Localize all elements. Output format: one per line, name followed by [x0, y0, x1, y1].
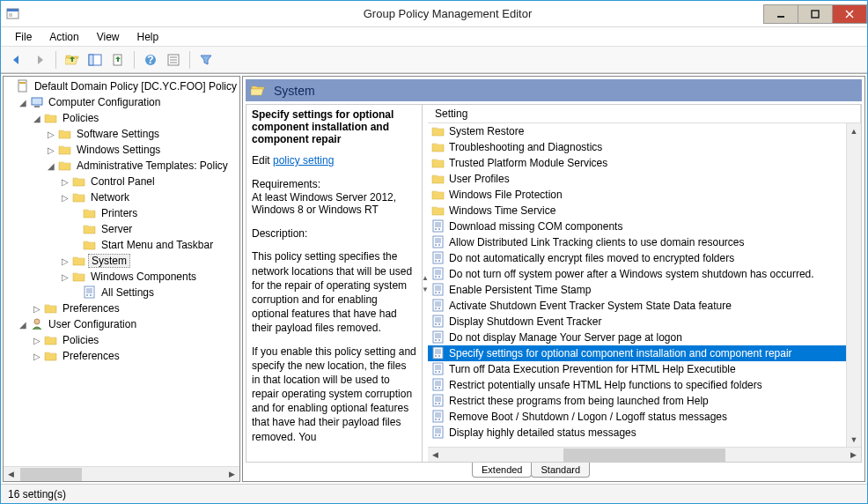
setting-icon	[431, 283, 445, 297]
collapse-icon[interactable]: ◢	[18, 97, 28, 107]
list-hscrollbar[interactable]: ◀ ▶	[428, 447, 861, 462]
list-item[interactable]: Allow Distributed Link Tracking clients …	[428, 234, 846, 250]
collapse-icon[interactable]: ◢	[18, 319, 28, 330]
list-item-label: Download missing COM components	[449, 220, 622, 233]
menu-file[interactable]: File	[8, 29, 39, 45]
show-hide-tree-button[interactable]	[85, 49, 106, 70]
list-item[interactable]: Specify settings for optional component …	[428, 345, 846, 361]
list-item[interactable]: Download missing COM components	[428, 219, 846, 234]
edit-policy-link[interactable]: policy setting	[273, 154, 334, 167]
tree-server[interactable]: Server	[4, 221, 239, 237]
column-setting[interactable]: Setting	[428, 105, 861, 122]
maximize-button[interactable]	[798, 4, 833, 24]
scroll-left-icon[interactable]: ◀	[4, 467, 18, 482]
list-header[interactable]: Setting	[428, 105, 861, 123]
tree-preferences[interactable]: ▷ Preferences	[4, 300, 239, 316]
expand-icon[interactable]: ▷	[46, 145, 56, 155]
tree-printers[interactable]: Printers	[4, 205, 239, 221]
expand-icon[interactable]: ▷	[32, 351, 42, 361]
description-body-1: This policy setting specifies the networ…	[252, 249, 416, 335]
svg-rect-27	[34, 106, 40, 107]
properties-button[interactable]	[163, 49, 184, 70]
setting-icon	[431, 362, 445, 376]
description-label: Description:	[252, 226, 416, 241]
close-button[interactable]	[832, 4, 867, 24]
tree-user-config[interactable]: ◢ User Configuration	[4, 316, 239, 332]
tree-user-preferences[interactable]: ▷ Preferences	[4, 348, 239, 364]
list-item[interactable]: Restrict these programs from being launc…	[428, 393, 846, 409]
tab-extended[interactable]: Extended	[472, 463, 532, 478]
list-item[interactable]: Windows File Protection	[428, 187, 846, 203]
tree-admin-templates[interactable]: ◢ Administrative Templates: Policy	[4, 158, 239, 174]
list-item[interactable]: Turn off Data Execution Prevention for H…	[428, 361, 846, 377]
description-pane: Specify settings for optional component …	[246, 105, 423, 462]
tree-windows-settings[interactable]: ▷ Windows Settings	[4, 142, 239, 158]
expand-icon[interactable]: ▷	[60, 176, 70, 187]
expand-icon[interactable]: ▷	[32, 303, 42, 314]
tab-standard[interactable]: Standard	[531, 463, 590, 478]
list-vscrollbar[interactable]: ▲ ▼	[846, 123, 861, 447]
list-item[interactable]: System Restore	[428, 123, 846, 139]
menu-action[interactable]: Action	[42, 29, 85, 45]
expander-icon[interactable]	[5, 81, 14, 92]
tree-root[interactable]: Default Domain Policy [DC.YC.FOO] Policy	[4, 78, 239, 94]
tree-computer-config[interactable]: ◢ Computer Configuration	[4, 94, 239, 110]
list-item[interactable]: Trusted Platform Module Services	[428, 155, 846, 171]
menu-help[interactable]: Help	[130, 29, 166, 45]
list-item[interactable]: Do not automatically encrypt files moved…	[428, 250, 846, 266]
tree-pane: Default Domain Policy [DC.YC.FOO] Policy…	[3, 76, 240, 482]
collapse-icon[interactable]: ◢	[32, 113, 42, 123]
export-button[interactable]	[107, 49, 129, 70]
expand-icon[interactable]: ▷	[60, 192, 70, 203]
list-item[interactable]: Display highly detailed status messages	[428, 425, 846, 441]
list-item[interactable]: Display Shutdown Event Tracker	[428, 314, 846, 330]
edit-line: Edit policy setting	[252, 154, 416, 167]
folder-icon	[83, 206, 97, 220]
list-item[interactable]: Do not turn off system power after a Win…	[428, 266, 846, 282]
tree-windows-components[interactable]: ▷ Windows Components	[4, 269, 239, 285]
list-item[interactable]: Enable Persistent Time Stamp	[428, 282, 846, 298]
minimize-button[interactable]	[763, 4, 798, 24]
list-item[interactable]: Do not display Manage Your Server page a…	[428, 330, 846, 345]
navigation-tree[interactable]: Default Domain Policy [DC.YC.FOO] Policy…	[4, 77, 239, 466]
help-button[interactable]: ?	[140, 49, 161, 70]
settings-list[interactable]: System RestoreTroubleshooting and Diagno…	[428, 123, 846, 447]
tree-start-menu[interactable]: Start Menu and Taskbar	[4, 237, 239, 253]
list-item[interactable]: Troubleshooting and Diagnostics	[428, 139, 846, 155]
tree-policies[interactable]: ◢ Policies	[4, 110, 239, 126]
expand-icon[interactable]: ▷	[60, 256, 70, 266]
list-item[interactable]: Restrict potentially unsafe HTML Help fu…	[428, 377, 846, 393]
setting-icon	[431, 299, 445, 313]
scroll-left-icon[interactable]: ◀	[428, 448, 443, 463]
back-button[interactable]	[6, 49, 27, 70]
tree-user-policies[interactable]: ▷ Policies	[4, 332, 239, 348]
list-item[interactable]: Remove Boot / Shutdown / Logon / Logoff …	[428, 409, 846, 425]
forward-button[interactable]	[29, 49, 50, 70]
menu-view[interactable]: View	[90, 29, 127, 45]
list-item-label: Remove Boot / Shutdown / Logon / Logoff …	[449, 411, 727, 423]
scroll-right-icon[interactable]: ▶	[224, 467, 239, 482]
filter-button[interactable]	[195, 49, 217, 70]
list-item[interactable]: Windows Time Service	[428, 203, 846, 219]
expand-icon[interactable]: ▷	[60, 271, 70, 282]
scroll-up-icon[interactable]: ▲	[847, 123, 861, 138]
expand-icon[interactable]: ▷	[46, 129, 56, 139]
tree-software-settings[interactable]: ▷ Software Settings	[4, 126, 239, 142]
collapse-icon[interactable]: ◢	[46, 160, 56, 171]
up-button[interactable]	[62, 49, 83, 70]
folder-icon	[44, 349, 58, 363]
list-item[interactable]: Activate Shutdown Event Tracker System S…	[428, 298, 846, 314]
tree-network[interactable]: ▷ Network	[4, 189, 239, 205]
scroll-down-icon[interactable]: ▼	[847, 432, 861, 447]
main-area: Default Domain Policy [DC.YC.FOO] Policy…	[1, 73, 867, 484]
svg-rect-24	[18, 80, 26, 92]
scroll-right-icon[interactable]: ▶	[846, 448, 861, 463]
tree-hscrollbar[interactable]: ◀ ▶	[4, 466, 239, 481]
svg-rect-11	[777, 16, 784, 18]
folder-icon	[72, 190, 86, 204]
list-item[interactable]: User Profiles	[428, 171, 846, 187]
tree-control-panel[interactable]: ▷ Control Panel	[4, 174, 239, 189]
tree-all-settings[interactable]: All Settings	[4, 285, 239, 300]
tree-system[interactable]: ▷ System	[4, 253, 239, 269]
expand-icon[interactable]: ▷	[32, 335, 42, 345]
